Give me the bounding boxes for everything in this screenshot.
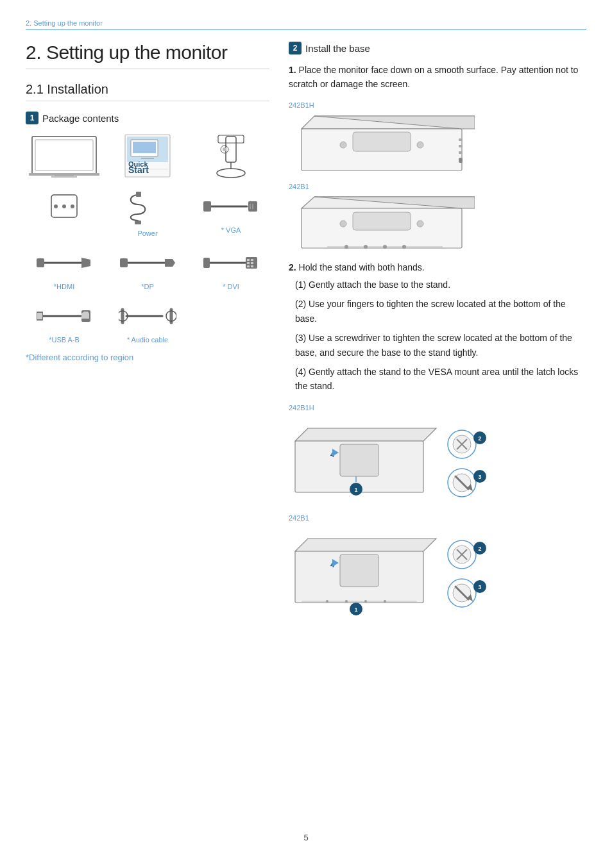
- svg-point-74: [383, 245, 387, 249]
- svg-point-69: [417, 221, 423, 227]
- pkg-dvi: * DVI: [192, 245, 269, 290]
- hdmi-label: *HDMI: [54, 283, 74, 290]
- svg-rect-78: [340, 444, 378, 476]
- svg-rect-67: [353, 212, 411, 230]
- usb-icon: [35, 298, 93, 333]
- subsection-title: 2.1 Installation: [26, 82, 269, 101]
- svg-rect-62: [459, 145, 463, 147]
- svg-rect-41: [247, 262, 250, 264]
- svg-rect-23: [136, 192, 141, 197]
- hold-stand-text: 2. Hold the stand with both hands.: [289, 261, 586, 275]
- dp-icon: [119, 245, 176, 280]
- step2-label: Install the base: [305, 43, 370, 54]
- svg-rect-0: [32, 137, 96, 175]
- svg-point-58: [340, 142, 346, 148]
- install-step1-block: 1. Place the monitor face down on a smoo…: [289, 63, 586, 91]
- svg-rect-37: [203, 258, 210, 268]
- pkg-power-adapter: [26, 188, 103, 237]
- install-step1-text: 1. Place the monitor face down on a smoo…: [289, 63, 586, 91]
- svg-rect-42: [251, 262, 253, 264]
- pkg-hdmi: *HDMI: [26, 245, 103, 290]
- region-note: *Different according to region: [26, 353, 269, 362]
- svg-text:Start: Start: [128, 165, 149, 175]
- monitor-facedown-242b1h-icon: [289, 113, 475, 174]
- vga-icon: [202, 188, 260, 224]
- svg-point-21: [62, 204, 66, 208]
- svg-rect-26: [203, 201, 211, 212]
- svg-point-22: [71, 204, 74, 208]
- svg-text:3: 3: [478, 474, 481, 480]
- monitor-facedown-242b1-icon: [289, 194, 475, 252]
- svg-rect-63: [459, 151, 463, 154]
- svg-marker-76: [295, 428, 436, 441]
- svg-text:3: 3: [478, 584, 481, 590]
- pkg-dp: *DP: [109, 245, 186, 290]
- monitor-icon: [29, 133, 99, 178]
- svg-marker-32: [81, 258, 90, 268]
- hdmi-icon: [35, 245, 93, 280]
- pkg-usb: *USB A-B: [26, 298, 103, 344]
- svg-point-73: [364, 245, 368, 249]
- section-title: 2. Setting up the monitor: [26, 42, 269, 69]
- svg-text:1: 1: [354, 487, 357, 493]
- pkg-vga: * VGA: [192, 188, 269, 237]
- step1-heading: 1 Package contents: [26, 112, 269, 124]
- svg-rect-39: [247, 259, 250, 261]
- quickstart-icon: Quick Start: [122, 133, 173, 178]
- pkg-monitor: [26, 133, 103, 181]
- sub3-text: (3) Use a screwdriver to tighten the scr…: [295, 331, 586, 360]
- svg-rect-40: [251, 259, 253, 261]
- hold-stand-block: 2. Hold the stand with both hands. (1) G…: [289, 261, 586, 393]
- svg-marker-96: [295, 538, 436, 551]
- dp-label: *DP: [141, 283, 154, 290]
- step1-badge: 1: [26, 112, 38, 124]
- power-adapter-icon: [42, 188, 87, 227]
- dvi-label: * DVI: [223, 283, 239, 290]
- svg-point-104: [364, 600, 367, 603]
- pkg-stand: [192, 133, 269, 181]
- model-242b1h-label: 242B1H: [289, 101, 586, 109]
- svg-text:2: 2: [478, 435, 481, 442]
- step1-label: Package contents: [42, 113, 119, 124]
- stand-assy-242b1: 4 1 2: [289, 526, 586, 615]
- stand-assembly-242b1-icon: 4 1 2: [289, 526, 500, 615]
- sub2-text: (2) Use your fingers to tighten the scre…: [295, 297, 586, 326]
- audio-icon: [119, 298, 176, 333]
- model-242b1-label-1: 242B1: [289, 183, 586, 190]
- monitor-facedown-242b1: [289, 194, 586, 252]
- page: 2. Setting up the monitor 2. Setting up …: [0, 0, 612, 868]
- left-column: 2. Setting up the monitor 2.1 Installati…: [26, 42, 269, 820]
- pkg-audio: * Audio cable: [109, 298, 186, 344]
- svg-point-20: [54, 204, 58, 208]
- svg-rect-13: [226, 137, 236, 162]
- vga-label: * VGA: [221, 226, 241, 234]
- power-cable-icon: [125, 188, 170, 227]
- svg-rect-43: [247, 265, 250, 267]
- model-242b1h-label-2: 242B1H: [289, 404, 586, 412]
- svg-rect-1: [35, 140, 93, 171]
- stand-assembly-242b1h-icon: 4 1 2: [289, 415, 500, 505]
- step2-badge: 2: [289, 42, 302, 54]
- svg-rect-98: [340, 555, 378, 587]
- svg-rect-44: [251, 265, 253, 267]
- step2-heading: 2 Install the base: [289, 42, 586, 54]
- pkg-quickstart: Quick Start: [109, 133, 186, 181]
- svg-marker-35: [165, 259, 175, 267]
- svg-rect-61: [459, 138, 463, 141]
- svg-rect-2: [29, 173, 99, 176]
- sub-steps: (1) Gently attach the base to the stand.…: [295, 278, 586, 394]
- sub1-text: (1) Gently attach the base to the stand.: [295, 278, 586, 292]
- audio-label: * Audio cable: [127, 336, 168, 344]
- svg-rect-31: [37, 258, 44, 267]
- right-column: 2 Install the base 1. Place the monitor …: [289, 42, 586, 820]
- svg-rect-64: [459, 158, 463, 163]
- svg-point-72: [344, 245, 348, 249]
- svg-point-16: [223, 147, 226, 151]
- svg-text:1: 1: [354, 606, 357, 613]
- svg-point-59: [417, 142, 423, 148]
- dvi-icon: [202, 245, 260, 280]
- svg-point-103: [345, 600, 348, 603]
- stand-icon: [212, 133, 250, 178]
- page-number: 5: [26, 833, 586, 842]
- svg-point-17: [217, 169, 245, 178]
